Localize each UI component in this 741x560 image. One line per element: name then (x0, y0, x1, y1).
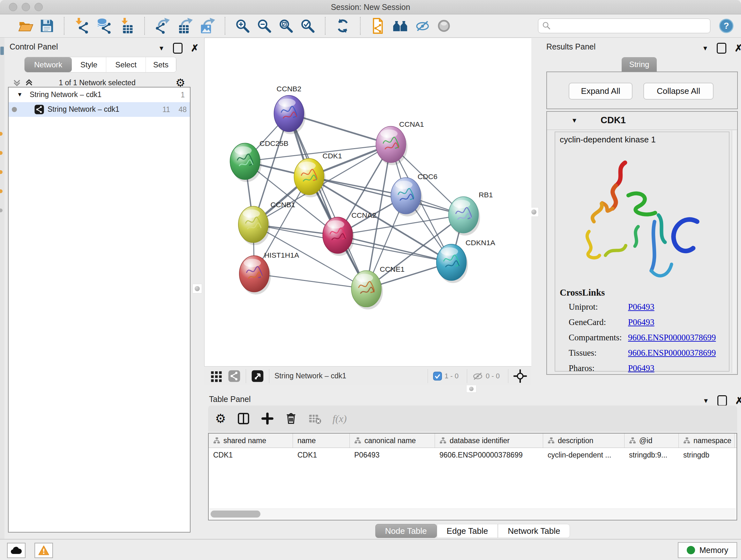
strip-item-icon[interactable] (0, 47, 4, 55)
fit-selected-crosshair-icon[interactable] (514, 369, 527, 383)
delete-column-icon[interactable] (285, 412, 297, 425)
network-node-CDC6[interactable]: CDC6 (391, 172, 437, 216)
section-collapse-icon[interactable]: ▼ (571, 117, 578, 124)
column-header[interactable]: description (543, 434, 624, 448)
birds-eye-toggle-icon[interactable] (251, 370, 264, 382)
export-network-icon[interactable] (154, 18, 171, 34)
panel-maximize-icon[interactable] (718, 395, 727, 406)
crosslink-link[interactable]: P06493 (628, 302, 655, 312)
zoom-out-icon[interactable] (257, 18, 272, 34)
import-network-file-icon[interactable] (74, 18, 90, 34)
export-image-icon[interactable] (199, 18, 215, 34)
zoom-selected-icon[interactable] (300, 18, 315, 34)
network-view-icon[interactable] (228, 370, 241, 382)
delete-table-icon[interactable] (308, 412, 322, 425)
help-icon[interactable]: ? (719, 18, 734, 34)
search-input[interactable] (538, 18, 711, 33)
panel-close-icon[interactable]: ✗ (735, 44, 741, 53)
panel-float-icon[interactable]: ▼ (158, 45, 165, 52)
strip-dot-icon[interactable] (0, 170, 3, 174)
tab-node-table[interactable]: Node Table (375, 524, 437, 538)
table-cell[interactable]: CDK1 (293, 448, 350, 462)
tab-network[interactable]: Network (24, 57, 72, 72)
apply-layout-icon[interactable] (335, 18, 350, 34)
collapse-all-button[interactable]: Collapse All (643, 83, 714, 100)
table-hscrollbar[interactable] (209, 509, 736, 519)
warning-button[interactable] (35, 543, 53, 558)
network-edge[interactable] (254, 274, 366, 289)
grid-view-icon[interactable] (210, 370, 223, 382)
import-network-database-icon[interactable] (96, 18, 112, 34)
crosslink-link[interactable]: P06493 (628, 317, 655, 327)
birds-eye-view-icon[interactable] (436, 18, 451, 33)
bottom-splitter-handle[interactable] (466, 385, 476, 393)
open-session-icon[interactable] (18, 18, 33, 34)
tab-select[interactable]: Select (106, 57, 146, 72)
tab-string[interactable]: String (622, 57, 657, 71)
network-row-selected[interactable]: String Network – cdk1 11 48 (9, 102, 190, 117)
table-cell[interactable]: 9606.ENSP00000378699 (435, 448, 543, 462)
network-edge[interactable] (338, 235, 451, 262)
function-builder-icon[interactable]: f(x) (333, 413, 347, 425)
column-header[interactable]: name (293, 434, 350, 448)
network-edge[interactable] (309, 177, 463, 215)
add-column-icon[interactable] (261, 412, 274, 425)
network-canvas[interactable]: CCNB2CCNA1CDC25BCDK1CDC6RB1CCNB1CCNA2CDK… (204, 38, 531, 366)
zoom-in-icon[interactable] (235, 18, 250, 34)
graphics-details-icon[interactable] (393, 18, 408, 34)
network-node-CDK1[interactable]: CDK1 (294, 152, 342, 197)
table-row[interactable]: CDK1CDK1P064939606.ENSP00000378699cyclin… (209, 448, 737, 462)
network-node-RB1[interactable]: RB1 (449, 191, 493, 236)
crosslink-link[interactable]: P06493 (628, 363, 655, 373)
network-collection-row[interactable]: ▼ String Network – cdk1 1 (9, 87, 190, 102)
network-node-CDC25B[interactable]: CDC25B (230, 139, 288, 182)
column-header[interactable]: shared name (209, 434, 293, 448)
strip-dot-icon[interactable] (0, 132, 3, 136)
table-cell[interactable]: cyclin-dependent ... (543, 448, 624, 462)
table-options-gear-icon[interactable]: ⚙ (215, 412, 226, 426)
collection-expand-icon[interactable]: ▼ (17, 91, 23, 98)
strip-dot-icon[interactable] (0, 208, 3, 212)
strip-dot-icon[interactable] (0, 151, 3, 155)
tab-edge-table[interactable]: Edge Table (437, 524, 498, 538)
tab-network-table[interactable]: Network Table (498, 524, 570, 538)
table-cell[interactable]: stringdb (679, 448, 735, 462)
network-node-CCNA1[interactable]: CCNA1 (376, 120, 424, 165)
network-node-CDKN1A[interactable]: CDKN1A (436, 239, 495, 283)
panel-close-icon[interactable]: ✗ (735, 396, 741, 406)
network-node-CCNB1[interactable]: CCNB1 (239, 200, 295, 245)
export-table-icon[interactable] (177, 18, 193, 34)
table-cell[interactable]: CDK1 (209, 448, 293, 462)
column-header[interactable]: canonical name (350, 434, 435, 448)
table-cell[interactable]: P06493 (350, 448, 435, 462)
tab-sets[interactable]: Sets (146, 57, 176, 72)
column-header[interactable]: @id (624, 434, 679, 448)
save-session-icon[interactable] (40, 18, 54, 33)
show-columns-icon[interactable] (237, 412, 250, 425)
hide-annotations-icon[interactable] (415, 18, 430, 34)
import-table-file-icon[interactable] (119, 18, 135, 34)
panel-maximize-icon[interactable] (717, 43, 726, 54)
network-node-HIST1H1A[interactable]: HIST1H1A (239, 251, 299, 295)
table-cell[interactable]: stringdb:9... (624, 448, 679, 462)
network-node-CCNB2[interactable]: CCNB2 (274, 84, 306, 134)
network-node-CCNE1[interactable]: CCNE1 (351, 265, 405, 310)
hidden-eye-slash-icon[interactable] (472, 371, 483, 381)
zoom-fit-content-icon[interactable] (278, 18, 293, 34)
panel-maximize-icon[interactable] (173, 43, 183, 54)
table-hscroll-thumb[interactable] (211, 510, 260, 517)
panel-close-icon[interactable]: ✗ (191, 44, 199, 53)
tab-style[interactable]: Style (72, 57, 106, 72)
crosslink-link[interactable]: 9606.ENSP00000378699 (628, 348, 716, 358)
selected-checkbox-icon[interactable] (433, 372, 442, 381)
network-edge[interactable] (289, 114, 366, 289)
column-header[interactable]: namespace (679, 434, 735, 448)
left-splitter-handle[interactable] (192, 284, 202, 294)
panel-float-icon[interactable]: ▼ (702, 45, 709, 52)
results-scrollbar[interactable] (732, 130, 736, 373)
new-network-from-selection-icon[interactable] (370, 18, 386, 34)
cloud-button[interactable] (7, 543, 25, 558)
crosslink-link[interactable]: 9606.ENSP00000378699 (628, 333, 716, 343)
strip-dot-icon[interactable] (0, 189, 3, 193)
expand-all-button[interactable]: Expand All (569, 83, 632, 100)
